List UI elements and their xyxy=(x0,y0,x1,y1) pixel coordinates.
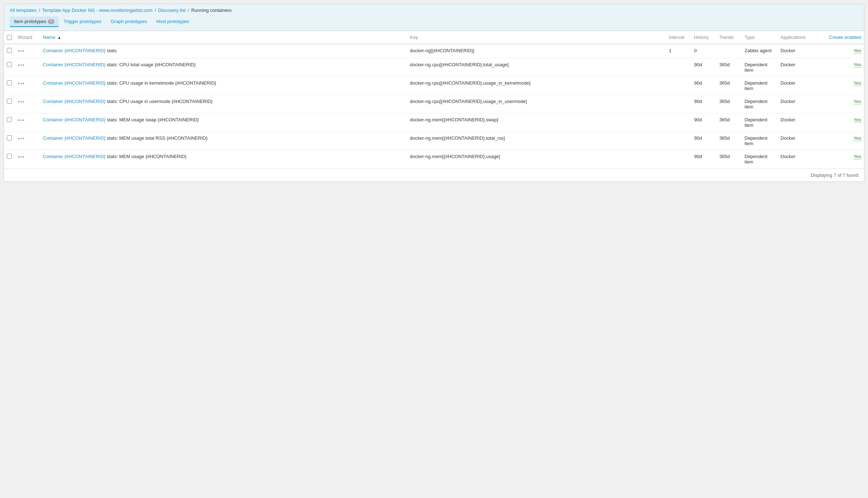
yes-link-4[interactable]: Yes xyxy=(854,117,861,123)
header-interval: Interval xyxy=(666,31,691,44)
item-type-0: Zabbix agent xyxy=(742,44,778,58)
item-trends-6: 365d xyxy=(716,150,742,169)
tab-item-prototypes[interactable]: Item prototypes7 xyxy=(10,17,59,27)
tab-graph-prototypes[interactable]: Graph prototypes xyxy=(107,17,151,27)
header-type: Type xyxy=(742,31,778,44)
item-history-1: 90d xyxy=(691,58,716,77)
wizard-dots-5[interactable]: ••• xyxy=(18,135,25,142)
tab-trigger-prototypes[interactable]: Trigger prototypes xyxy=(59,17,106,27)
item-type-5: Dependent item xyxy=(742,132,778,150)
header-key: Key xyxy=(407,31,666,44)
item-create-enabled-6[interactable]: Yes xyxy=(821,150,864,169)
table-row: •••Container {#HCONTAINERID} stats: MEM … xyxy=(4,150,864,169)
breadcrumb-sep-1: / xyxy=(39,8,40,13)
yes-link-6[interactable]: Yes xyxy=(854,154,861,160)
header-wizard: Wizard xyxy=(15,31,40,44)
row-checkbox-4[interactable] xyxy=(7,117,12,122)
item-name-link-0[interactable]: Container {#HCONTAINERID} xyxy=(43,48,105,53)
item-type-6: Dependent item xyxy=(742,150,778,169)
item-create-enabled-1[interactable]: Yes xyxy=(821,58,864,77)
item-history-5: 90d xyxy=(691,132,716,150)
item-interval-5 xyxy=(666,132,691,150)
item-create-enabled-3[interactable]: Yes xyxy=(821,95,864,113)
yes-link-3[interactable]: Yes xyxy=(854,99,861,104)
wizard-dots-0[interactable]: ••• xyxy=(18,48,25,54)
table-body: •••Container {#HCONTAINERID} statsdocker… xyxy=(4,44,864,169)
item-create-enabled-0[interactable]: Yes xyxy=(821,44,864,58)
item-name-rest-1: stats: CPU total usage {#HCONTAINERID} xyxy=(105,62,195,67)
row-checkbox-1[interactable] xyxy=(7,62,12,67)
item-name-link-5[interactable]: Container {#HCONTAINERID} xyxy=(43,135,105,141)
yes-link-1[interactable]: Yes xyxy=(854,62,861,68)
table-header-row: Wizard Name ▲ Key Interval History xyxy=(4,31,864,44)
item-name-rest-0: stats xyxy=(105,48,117,53)
item-interval-6 xyxy=(666,150,691,169)
yes-link-2[interactable]: Yes xyxy=(854,80,861,86)
table-row: •••Container {#HCONTAINERID} stats: CPU … xyxy=(4,77,864,95)
header-create-enabled: Create enabled xyxy=(821,31,864,44)
wizard-dots-2[interactable]: ••• xyxy=(18,80,25,86)
item-name-link-3[interactable]: Container {#HCONTAINERID} xyxy=(43,99,105,104)
item-interval-2 xyxy=(666,77,691,95)
wizard-dots-6[interactable]: ••• xyxy=(18,154,25,160)
breadcrumb-template-app[interactable]: Template App Docker NG - www.monitoringa… xyxy=(42,8,152,13)
item-type-1: Dependent item xyxy=(742,58,778,77)
row-checkbox-5[interactable] xyxy=(7,135,12,140)
tab-host-prototypes[interactable]: Host prototypes xyxy=(152,17,193,27)
breadcrumb-sep-2: / xyxy=(154,8,156,13)
row-checkbox-2[interactable] xyxy=(7,80,12,85)
item-create-enabled-2[interactable]: Yes xyxy=(821,77,864,95)
item-name-link-6[interactable]: Container {#HCONTAINERID} xyxy=(43,154,105,159)
table-row: •••Container {#HCONTAINERID} stats: MEM … xyxy=(4,113,864,132)
item-interval-1 xyxy=(666,58,691,77)
item-applications-2: Docker xyxy=(778,77,821,95)
table-row: •••Container {#HCONTAINERID} stats: CPU … xyxy=(4,95,864,113)
items-table: Wizard Name ▲ Key Interval History xyxy=(4,31,864,169)
item-interval-0: 1 xyxy=(666,44,691,58)
item-applications-6: Docker xyxy=(778,150,821,169)
yes-link-5[interactable]: Yes xyxy=(854,135,861,141)
item-key-5: docker-ng.mem[{#HCONTAINERID},total_rss] xyxy=(407,132,666,150)
item-type-4: Dependent item xyxy=(742,113,778,132)
item-interval-3 xyxy=(666,95,691,113)
item-applications-0: Docker xyxy=(778,44,821,58)
item-applications-1: Docker xyxy=(778,58,821,77)
row-checkbox-3[interactable] xyxy=(7,99,12,104)
item-key-4: docker-ng.mem[{#HCONTAINERID},swap] xyxy=(407,113,666,132)
item-trends-4: 365d xyxy=(716,113,742,132)
footer-bar: Displaying 7 of 7 found xyxy=(4,169,864,181)
item-applications-4: Docker xyxy=(778,113,821,132)
item-name-link-1[interactable]: Container {#HCONTAINERID} xyxy=(43,62,105,67)
tab-badge: 7 xyxy=(48,19,54,24)
item-history-3: 90d xyxy=(691,95,716,113)
breadcrumb-bar: All templates / Template App Docker NG -… xyxy=(4,4,864,31)
item-name-rest-4: stats: MEM usage swap {#HCONTAINERID} xyxy=(105,117,199,122)
row-checkbox-0[interactable] xyxy=(7,48,12,53)
item-history-4: 90d xyxy=(691,113,716,132)
breadcrumb-all-templates[interactable]: All templates xyxy=(10,8,36,13)
breadcrumb-discovery-list[interactable]: Discovery list xyxy=(158,8,186,13)
item-name-link-4[interactable]: Container {#HCONTAINERID} xyxy=(43,117,105,122)
item-name-link-2[interactable]: Container {#HCONTAINERID} xyxy=(43,80,105,86)
table-row: •••Container {#HCONTAINERID} stats: MEM … xyxy=(4,132,864,150)
wizard-dots-1[interactable]: ••• xyxy=(18,62,25,68)
wizard-dots-4[interactable]: ••• xyxy=(18,117,25,123)
item-create-enabled-5[interactable]: Yes xyxy=(821,132,864,150)
item-history-6: 90d xyxy=(691,150,716,169)
table-row: •••Container {#HCONTAINERID} stats: CPU … xyxy=(4,58,864,77)
item-name-rest-5: stats: MEM usage total RSS {#HCONTAINERI… xyxy=(105,135,208,141)
item-trends-0 xyxy=(716,44,742,58)
item-history-2: 90d xyxy=(691,77,716,95)
yes-link-0[interactable]: Yes xyxy=(854,48,861,54)
row-checkbox-6[interactable] xyxy=(7,154,12,159)
table-row: •••Container {#HCONTAINERID} statsdocker… xyxy=(4,44,864,58)
header-name[interactable]: Name ▲ xyxy=(40,31,407,44)
wizard-dots-3[interactable]: ••• xyxy=(18,99,25,105)
item-key-1: docker-ng.cpu[{#HCONTAINERID},total_usag… xyxy=(407,58,666,77)
item-create-enabled-4[interactable]: Yes xyxy=(821,113,864,132)
sort-arrow-icon: ▲ xyxy=(57,35,61,40)
select-all-checkbox[interactable] xyxy=(7,35,12,40)
item-key-0: docker-ng[{#HCONTAINERID}] xyxy=(407,44,666,58)
item-trends-2: 365d xyxy=(716,77,742,95)
breadcrumb-running-containers: Running containers xyxy=(191,8,231,13)
